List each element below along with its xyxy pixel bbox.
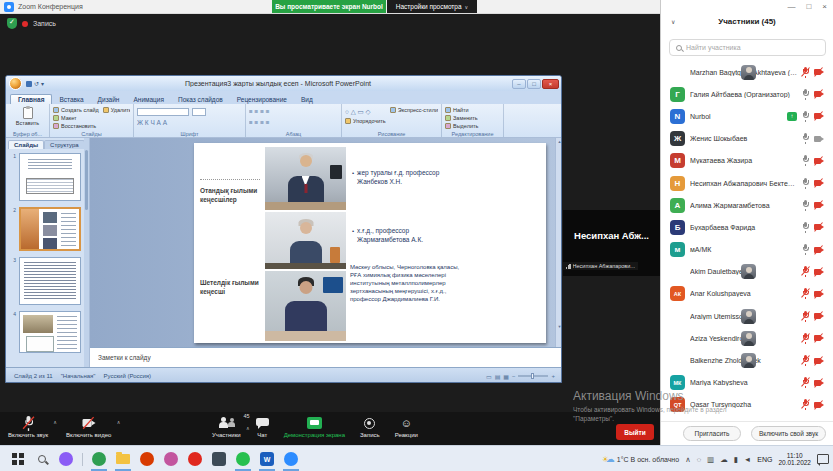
ribbon-button-1-1[interactable]: Макет <box>53 114 99 122</box>
tab-slides[interactable]: Слайды <box>8 140 44 149</box>
bluetooth-icon[interactable]: ◌ <box>697 455 701 464</box>
unmute-my-audio-button[interactable]: Включить свой звук <box>751 426 826 441</box>
network-icon[interactable]: ▮ <box>734 455 738 464</box>
taskbar-item[interactable] <box>183 446 207 471</box>
participant-row[interactable]: ННесипхан Абжапарович Бектен... <box>661 172 833 194</box>
ribbon-button-5-2[interactable]: Выделить <box>445 122 500 130</box>
ribbon-button-5-0[interactable]: Найти <box>445 106 500 114</box>
maximize-button[interactable]: □ <box>527 79 541 89</box>
panel-minimize-button[interactable]: — <box>787 2 795 11</box>
ribbon-tab-1[interactable]: Вставка <box>52 95 90 104</box>
chat-button[interactable]: Чат <box>256 416 269 438</box>
ribbon-button-5-1[interactable]: Заменить <box>445 114 500 122</box>
reactions-button[interactable]: ☺ Реакции <box>395 416 418 438</box>
font-name-box[interactable] <box>137 108 189 116</box>
close-button[interactable]: × <box>542 79 559 89</box>
participant-search-input[interactable]: Найти участника <box>669 39 826 56</box>
sorter-view-icon[interactable]: ▤ <box>495 373 501 380</box>
taskbar-item[interactable] <box>159 446 183 471</box>
security-shield-icon[interactable] <box>7 18 17 29</box>
office-button-icon[interactable] <box>9 77 22 90</box>
zoom-slider-knob[interactable] <box>531 373 534 379</box>
participant-row[interactable]: АКAnar Kolushpayeva <box>661 283 833 305</box>
quick-access-toolbar[interactable]: ↺▾ <box>26 80 44 87</box>
ribbon-tab-0[interactable]: Главная <box>10 94 52 104</box>
panel-scrollbar[interactable] <box>84 138 89 367</box>
participant-row[interactable]: Aziza Yeskendirova <box>661 327 833 349</box>
ribbon-tab-2[interactable]: Дизайн <box>91 95 127 104</box>
slide-thumbnail-1[interactable] <box>19 153 81 201</box>
notes-pane[interactable]: Заметки к слайду <box>90 347 562 367</box>
volume-icon[interactable]: ◄ <box>744 455 751 464</box>
chevron-up-icon[interactable]: ∧ <box>53 419 57 425</box>
taskbar-item[interactable] <box>111 446 135 471</box>
participant-row[interactable]: Akim Dauletbayev <box>661 261 833 283</box>
ribbon-tab-6[interactable]: Вид <box>294 95 320 104</box>
undo-icon[interactable]: ↺ <box>34 80 39 87</box>
ribbon-button-1-3[interactable]: Удалить <box>103 106 130 114</box>
taskbar-item[interactable] <box>207 446 231 471</box>
participant-row[interactable]: Balkenzhe Zholdasbek <box>661 349 833 371</box>
share-screen-button[interactable]: Демонстрация экрана <box>284 416 345 438</box>
ribbon-tab-5[interactable]: Рецензирование <box>230 95 294 104</box>
ribbon-tab-4[interactable]: Показ слайдов <box>171 95 230 104</box>
participant-row[interactable]: NNurbol↑ <box>661 105 833 127</box>
view-settings-dropdown[interactable]: Настройки просмотра∨ <box>387 0 477 13</box>
paste-button[interactable]: Вставить <box>9 106 46 126</box>
participant-row[interactable]: Araiym Utemissova <box>661 305 833 327</box>
slideshow-view-icon[interactable]: ▦ <box>503 373 509 380</box>
slide-thumbnail-4[interactable] <box>19 311 81 353</box>
leave-meeting-button[interactable]: Выйти <box>616 424 654 440</box>
ribbon-button-4-1[interactable]: Экспресс-стили <box>390 106 438 114</box>
panel-close-button[interactable]: × <box>822 2 827 11</box>
taskbar-item[interactable] <box>135 446 159 471</box>
clock[interactable]: 11:1020.01.2022 <box>778 452 811 467</box>
chevron-up-icon[interactable]: ∧ <box>685 455 691 464</box>
participant-row[interactable]: ммА/МК <box>661 239 833 261</box>
taskbar-item[interactable] <box>87 446 111 471</box>
participant-row[interactable]: QTQasar Tursyngozha <box>661 394 833 416</box>
start-video-button[interactable]: ∧ Включить видео <box>66 416 111 438</box>
weather-widget[interactable]: ☀ ☁ 1°C В осн. облачно <box>602 454 679 464</box>
tab-outline[interactable]: Структура <box>44 140 84 149</box>
participant-row[interactable]: ЖЖенис Шокыбаев <box>661 128 833 150</box>
action-center-icon[interactable] <box>817 454 829 464</box>
minimize-button[interactable]: – <box>512 79 526 89</box>
invite-button[interactable]: Пригласить <box>683 426 741 441</box>
participant-row[interactable]: Marzhan Bagytgyzy Akhtayeva (R) <box>661 61 833 83</box>
normal-view-icon[interactable]: ▭ <box>486 373 492 380</box>
taskbar-item[interactable]: W <box>255 446 279 471</box>
ribbon-button-1-2[interactable]: Восстановить <box>53 122 99 130</box>
slide-canvas[interactable]: Отандық ғылыми кеңесшілер Шетелдік ғылым… <box>194 143 546 343</box>
record-button[interactable]: Запись <box>360 416 380 438</box>
participant-row[interactable]: ММукатаева Жазира <box>661 150 833 172</box>
slide-thumbnail-2[interactable] <box>19 207 81 251</box>
participant-row[interactable]: МКMariya Kabysheva <box>661 372 833 394</box>
ribbon-button-4-0[interactable]: Упорядочить <box>345 117 386 125</box>
storage-icon[interactable]: ▥ <box>707 455 714 464</box>
speaker-video-tile[interactable]: Несипхан Абж... Несипхан Абжапарови... <box>563 210 660 276</box>
participant-row[interactable]: ГГалия Айтбаева (Организатор) <box>661 83 833 105</box>
save-icon[interactable] <box>26 81 32 87</box>
ribbon-tab-3[interactable]: Анимация <box>126 95 171 104</box>
taskbar-item[interactable] <box>54 446 78 471</box>
participant-row[interactable]: ААлима Жармагамбетова <box>661 194 833 216</box>
language-indicator[interactable]: ENG <box>757 456 772 463</box>
zoom-slider[interactable] <box>518 375 548 377</box>
zoom-in-icon[interactable]: + <box>551 373 555 379</box>
slide-thumbnail-3[interactable] <box>19 257 81 305</box>
onedrive-icon[interactable]: ☁ <box>720 455 728 464</box>
powerpoint-titlebar[interactable]: ↺▾ Презентация3 жарты жылдық есеп - Micr… <box>6 76 561 91</box>
slide-scrollbar[interactable] <box>555 138 562 347</box>
chevron-up-icon[interactable]: ∧ <box>246 425 250 431</box>
taskbar-item[interactable] <box>30 446 54 471</box>
unmute-button[interactable]: ∧ Включить звук <box>8 416 48 438</box>
participant-row[interactable]: ББухарбаева Фарида <box>661 216 833 238</box>
taskbar-item[interactable] <box>6 446 30 471</box>
panel-maximize-button[interactable]: □ <box>806 2 811 11</box>
taskbar-item[interactable] <box>231 446 255 471</box>
ribbon-button-1-0[interactable]: Создать слайд <box>53 106 99 114</box>
chevron-up-icon[interactable]: ∧ <box>117 419 121 425</box>
participants-button[interactable]: 45∧ Участники <box>212 416 241 438</box>
zoom-out-icon[interactable]: − <box>512 373 516 379</box>
